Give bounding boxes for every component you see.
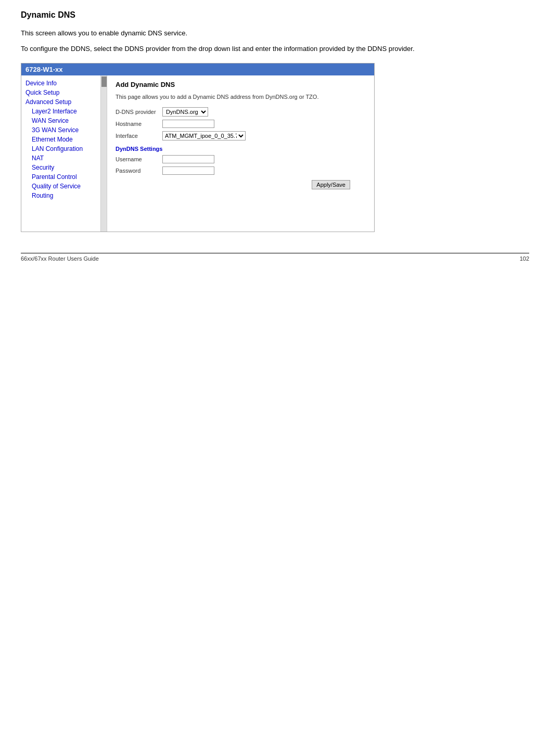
sidebar-item-quick-setup[interactable]: Quick Setup [21, 88, 107, 97]
hostname-row: Hostname [116, 120, 366, 128]
apply-save-button[interactable]: Apply/Save [312, 180, 350, 189]
interface-label: Interface [116, 133, 162, 139]
sidebar-item-ethernet-mode[interactable]: Ethernet Mode [21, 135, 107, 144]
username-label: Username [116, 156, 162, 162]
password-input[interactable] [162, 166, 214, 175]
provider-select[interactable]: DynDNS.org TZO [162, 107, 208, 117]
sidebar-item-layer2-interface[interactable]: Layer2 Interface [21, 107, 107, 116]
form-description: This page allows you to add a Dynamic DN… [116, 94, 366, 100]
sidebar-scrollbar[interactable] [100, 75, 107, 232]
router-ui-container: 6728-W1-xx Device Info Quick Setup Advan… [21, 63, 375, 232]
username-input[interactable] [162, 155, 214, 163]
sidebar: Device Info Quick Setup Advanced Setup L… [21, 75, 107, 232]
sidebar-item-security[interactable]: Security [21, 163, 107, 172]
password-row: Password [116, 166, 366, 175]
router-header: 6728-W1-xx [21, 63, 374, 75]
hostname-input[interactable] [162, 120, 214, 128]
page-title: Dynamic DNS [21, 10, 529, 20]
sidebar-item-quality-of-service[interactable]: Quality of Service [21, 182, 107, 191]
sidebar-scrollbar-thumb [101, 76, 107, 87]
footer-right: 102 [520, 255, 529, 262]
sidebar-item-parental-control[interactable]: Parental Control [21, 172, 107, 182]
provider-label: D-DNS provider [116, 109, 162, 115]
sidebar-item-device-info[interactable]: Device Info [21, 79, 107, 88]
interface-select[interactable]: ATM_MGMT_ipoe_0_0_35.7/atm0.2 [162, 131, 246, 140]
dyndns-settings-title: DynDNS Settings [116, 146, 366, 152]
hostname-label: Hostname [116, 121, 162, 127]
apply-row: Apply/Save [116, 180, 366, 189]
provider-row: D-DNS provider DynDNS.org TZO [116, 107, 366, 117]
page-footer: 66xx/67xx Router Users Guide 102 [21, 253, 529, 262]
sidebar-item-lan-configuration[interactable]: LAN Configuration [21, 144, 107, 153]
sidebar-item-wan-service[interactable]: WAN Service [21, 116, 107, 125]
password-label: Password [116, 168, 162, 174]
sidebar-item-3g-wan-service[interactable]: 3G WAN Service [21, 125, 107, 135]
main-content: Add Dynamic DNS This page allows you to … [107, 75, 374, 232]
intro-paragraph-2: To configure the DDNS, select the DDNS p… [21, 44, 529, 54]
sidebar-item-nat[interactable]: NAT [21, 153, 107, 163]
footer-left: 66xx/67xx Router Users Guide [21, 255, 99, 262]
form-section-title: Add Dynamic DNS [116, 81, 366, 88]
intro-paragraph-1: This screen allows you to enable dynamic… [21, 28, 529, 39]
interface-row: Interface ATM_MGMT_ipoe_0_0_35.7/atm0.2 [116, 131, 366, 140]
sidebar-item-advanced-setup[interactable]: Advanced Setup [21, 97, 107, 107]
sidebar-item-routing[interactable]: Routing [21, 191, 107, 200]
username-row: Username [116, 155, 366, 163]
